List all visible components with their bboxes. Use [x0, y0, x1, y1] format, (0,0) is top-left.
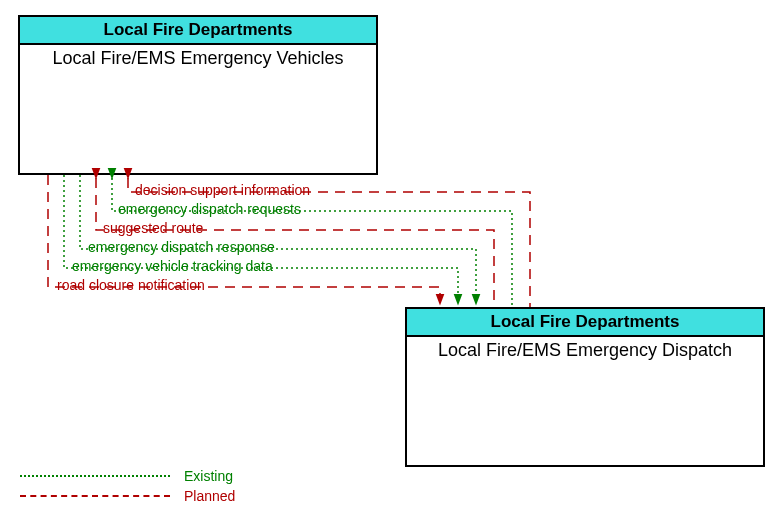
legend-row-existing: Existing — [20, 466, 235, 486]
node-vehicles-header: Local Fire Departments — [20, 17, 376, 45]
flow-label-road-closure: road closure notification — [57, 277, 205, 293]
legend-label-planned: Planned — [184, 488, 235, 504]
node-vehicles: Local Fire Departments Local Fire/EMS Em… — [18, 15, 378, 175]
flow-label-vehicle-tracking: emergency vehicle tracking data — [72, 258, 273, 274]
flow-label-dispatch-requests: emergency dispatch requests — [118, 201, 301, 217]
legend-line-planned — [20, 495, 170, 497]
legend-row-planned: Planned — [20, 486, 235, 506]
flow-label-dispatch-response: emergency dispatch response — [88, 239, 275, 255]
flow-label-decision-support: decision support information — [135, 182, 310, 198]
node-dispatch: Local Fire Departments Local Fire/EMS Em… — [405, 307, 765, 467]
node-dispatch-body: Local Fire/EMS Emergency Dispatch — [407, 337, 763, 364]
node-dispatch-header: Local Fire Departments — [407, 309, 763, 337]
legend: Existing Planned — [20, 466, 235, 506]
legend-line-existing — [20, 475, 170, 477]
flow-label-suggested-route: suggested route — [103, 220, 203, 236]
legend-label-existing: Existing — [184, 468, 233, 484]
node-vehicles-body: Local Fire/EMS Emergency Vehicles — [20, 45, 376, 72]
